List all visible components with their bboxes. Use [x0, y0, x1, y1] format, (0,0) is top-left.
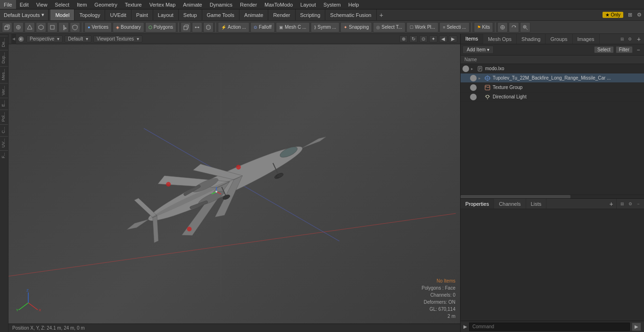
- menu-maxtomodo[interactable]: MaxToModo: [261, 0, 297, 9]
- item-vis-toggle[interactable]: [462, 65, 469, 72]
- table-row[interactable]: Texture Group: [461, 83, 644, 92]
- menu-dynamics[interactable]: Dynamics: [206, 0, 236, 9]
- boundary-btn[interactable]: ◈ Boundary: [113, 22, 144, 32]
- props-tab-channels[interactable]: Channels: [494, 199, 526, 209]
- vp-dot-btn[interactable]: [18, 36, 25, 42]
- items-tab-items[interactable]: Items: [461, 34, 483, 44]
- sidebar-item-uv[interactable]: UV...: [0, 136, 8, 149]
- tab-layout[interactable]: Layout: [153, 9, 179, 20]
- vp-perspective-btn[interactable]: Perspective ▾: [26, 35, 63, 42]
- filter-items-btn[interactable]: Filter: [616, 46, 633, 53]
- expand-icon[interactable]: ⊞: [625, 10, 635, 20]
- sidebar-item-pol[interactable]: Pol...: [0, 110, 8, 124]
- tool-square-btn[interactable]: [47, 22, 58, 32]
- polygons-btn[interactable]: ⬡ Polygons: [145, 22, 176, 32]
- sidebar-item-mes[interactable]: Mes...: [0, 66, 8, 82]
- add-item-btn[interactable]: Add Item ▾: [462, 46, 494, 54]
- dots-btn[interactable]: [192, 22, 202, 32]
- tool-hex-btn[interactable]: [36, 22, 46, 32]
- sidebar-item-c[interactable]: C...: [0, 124, 8, 135]
- tool-shield-btn[interactable]: [70, 22, 80, 32]
- action-btn[interactable]: ⚡ Action ...: [218, 22, 249, 32]
- item-vis-toggle[interactable]: [470, 84, 477, 91]
- vertices-btn[interactable]: ● Vertices: [84, 22, 112, 32]
- sidebar-item-dup[interactable]: Dup...: [0, 50, 8, 65]
- vp-nav-next[interactable]: ▶: [449, 35, 457, 42]
- nav-zoom-btn[interactable]: [520, 22, 530, 32]
- menu-geometry[interactable]: Geometry: [91, 0, 121, 9]
- select-t-btn[interactable]: ◎ Select T...: [373, 22, 405, 32]
- items-minus-btn[interactable]: −: [635, 46, 642, 54]
- falloff-btn[interactable]: ⊙ Falloff: [250, 22, 275, 32]
- props-tab-lists[interactable]: Lists: [526, 199, 547, 209]
- vp-expand-left[interactable]: ◀: [11, 34, 16, 44]
- props-expand-btn[interactable]: ⊞: [619, 200, 626, 208]
- items-tab-shading[interactable]: Shading: [517, 34, 545, 44]
- menu-layout[interactable]: Layout: [297, 0, 320, 9]
- items-tab-settings-btn[interactable]: ⚙: [626, 35, 634, 43]
- mesh-c-btn[interactable]: ▣ Mesh C ...: [276, 22, 310, 32]
- tab-game-tools[interactable]: Game Tools: [202, 9, 240, 20]
- cmd-run-btn[interactable]: ▶: [632, 323, 641, 331]
- item-vis-toggle[interactable]: [470, 75, 477, 81]
- sidebar-item-f[interactable]: F...: [0, 150, 8, 160]
- items-tab-add-btn[interactable]: +: [634, 35, 644, 43]
- tab-topology[interactable]: Topology: [74, 9, 105, 20]
- menu-file[interactable]: File: [0, 0, 16, 9]
- menu-select[interactable]: Select: [51, 0, 73, 9]
- tab-setup[interactable]: Setup: [179, 9, 202, 20]
- items-tab-images[interactable]: Images: [573, 34, 600, 44]
- vp-nav-plus[interactable]: ⊕: [399, 35, 408, 42]
- menu-animate[interactable]: Animate: [179, 0, 206, 9]
- items-tab-mesh-ops[interactable]: Mesh Ops: [483, 34, 517, 44]
- sidebar-item-de[interactable]: De...: [0, 36, 8, 49]
- menu-edit[interactable]: Edit: [16, 0, 33, 9]
- vp-textures-btn[interactable]: Viewport Textures ▾: [93, 35, 142, 42]
- command-input[interactable]: [469, 323, 630, 331]
- vp-nav-refresh[interactable]: ↻: [409, 35, 418, 42]
- vp-nav-prev[interactable]: ◀: [439, 35, 447, 42]
- menu-view[interactable]: View: [33, 0, 51, 9]
- props-add-btn[interactable]: +: [606, 199, 617, 209]
- menu-system[interactable]: System: [320, 0, 345, 9]
- nav-home-btn[interactable]: [497, 22, 508, 32]
- kits-btn[interactable]: ⚑ Kits: [474, 22, 494, 32]
- tool-circle-btn[interactable]: [13, 22, 24, 32]
- tool-move-btn[interactable]: [58, 22, 69, 32]
- select-items-btn[interactable]: Select: [594, 46, 614, 53]
- menu-item[interactable]: Item: [73, 0, 91, 9]
- tool-tri-btn[interactable]: [25, 22, 35, 32]
- hex2-btn[interactable]: [203, 22, 214, 32]
- tab-add-button[interactable]: +: [377, 9, 386, 20]
- vp-nav-star[interactable]: ✦: [429, 35, 438, 42]
- transform-gizmo[interactable]: [209, 185, 223, 200]
- items-tab-expand-btn[interactable]: ⊞: [619, 35, 626, 43]
- item-vis-toggle[interactable]: [470, 94, 477, 100]
- items-tab-groups[interactable]: Groups: [545, 34, 572, 44]
- snapping-btn[interactable]: ✦ Snapping: [340, 22, 372, 32]
- only-badge[interactable]: ★ Only: [603, 12, 623, 18]
- settings-icon[interactable]: ⚙: [635, 10, 644, 20]
- sidebar-item-e[interactable]: E...: [0, 98, 8, 109]
- tab-schematic-fusion[interactable]: Schematic Fusion: [325, 9, 376, 20]
- menu-vertex-map[interactable]: Vertex Map: [146, 0, 180, 9]
- layout-dropdown[interactable]: Default Layouts ▾: [0, 9, 49, 20]
- tab-paint[interactable]: Paint: [132, 9, 153, 20]
- tab-render[interactable]: Render: [268, 9, 295, 20]
- tool-box-btn[interactable]: [2, 22, 12, 32]
- work-pl-btn[interactable]: ☐ Work Pl...: [406, 22, 438, 32]
- item-expand-icon[interactable]: ▸: [479, 76, 484, 81]
- tab-model[interactable]: Model: [50, 9, 74, 20]
- tab-scripting[interactable]: Scripting: [296, 9, 326, 20]
- item-expand-icon[interactable]: ▸: [471, 66, 477, 71]
- sidebar-item-ver[interactable]: Ver...: [0, 83, 8, 97]
- props-tab-properties[interactable]: Properties: [461, 199, 494, 209]
- box-icon-btn[interactable]: [181, 22, 191, 32]
- props-minus-btn[interactable]: −: [635, 200, 642, 208]
- tab-animate[interactable]: Animate: [239, 9, 268, 20]
- nav-orbit-btn[interactable]: [509, 22, 519, 32]
- viewport-canvas[interactable]: X Y Z: [8, 44, 460, 324]
- tab-uvedit[interactable]: UVEdit: [105, 9, 131, 20]
- symm-btn[interactable]: ⟫ Symm ...: [311, 22, 339, 32]
- props-settings-btn[interactable]: ⚙: [627, 200, 634, 208]
